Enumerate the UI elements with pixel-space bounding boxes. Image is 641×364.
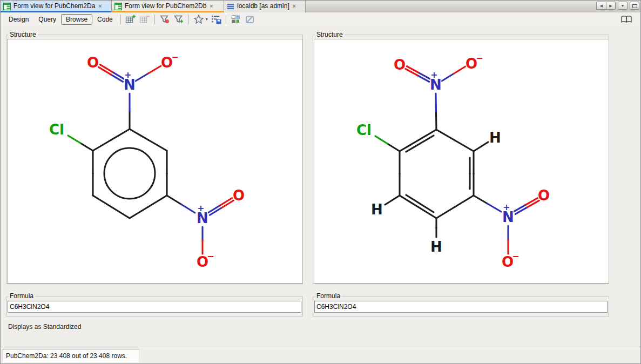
bond — [149, 196, 167, 207]
bond — [436, 93, 436, 112]
bond — [454, 66, 465, 74]
bond — [149, 140, 167, 151]
atom-label: Cl — [356, 122, 372, 138]
bond — [526, 198, 538, 205]
atom-charge: + — [430, 70, 437, 80]
atom-charge: − — [512, 251, 519, 261]
atom-charge: − — [476, 53, 483, 63]
form-view-icon — [114, 3, 122, 10]
toolbar-separator — [188, 15, 189, 24]
prev-tab-button[interactable]: ◀ — [596, 2, 606, 10]
atom-charge: + — [503, 202, 510, 212]
bond — [385, 200, 393, 205]
atom-label: Cl — [49, 122, 64, 138]
edit-in-window-icon[interactable] — [245, 14, 255, 25]
tab-list-dropdown-button[interactable]: ▼ — [618, 2, 627, 10]
formula-field-right[interactable] — [314, 301, 608, 313]
bond — [436, 130, 455, 140]
bond — [406, 195, 420, 204]
structure-canvas-right[interactable]: ClN+OO−N+OO−HHH — [314, 39, 609, 284]
form-view-icon — [3, 3, 11, 10]
bond — [481, 142, 489, 147]
toolbar-separator — [120, 15, 121, 24]
bond — [111, 129, 130, 140]
atom-charge: + — [197, 203, 204, 213]
bond — [181, 204, 195, 213]
atom-charge: − — [207, 251, 214, 261]
bond — [514, 205, 526, 212]
tab-navigation-controls: ◀ ▶ ▼ — [596, 1, 640, 12]
bond — [130, 207, 149, 218]
bond — [420, 204, 434, 212]
layout-panels-icon[interactable] — [231, 14, 241, 25]
next-tab-button[interactable]: ▶ — [606, 2, 616, 10]
atom-charge: + — [124, 70, 131, 80]
display-mode-note: Displays as Standardized — [8, 323, 81, 331]
bond — [80, 143, 93, 151]
add-record-icon[interactable] — [125, 14, 136, 25]
structure-group-label: Structure — [8, 31, 38, 38]
maximize-panel-button[interactable] — [630, 2, 639, 10]
toolbar-separator — [154, 15, 155, 24]
aromatic-ring-circle — [104, 148, 155, 199]
tab-close-icon[interactable]: × — [210, 3, 213, 9]
formula-group-label: Formula — [8, 293, 35, 299]
toolbar-separator — [226, 15, 226, 24]
bond — [406, 69, 417, 75]
bond — [436, 207, 455, 218]
add-filter-icon[interactable] — [173, 14, 184, 25]
tab-label: Form view for PubChem2Db — [125, 2, 206, 10]
bond — [136, 73, 149, 81]
forward-arrow-icon: ▶ — [609, 4, 612, 8]
atom-label: O — [233, 187, 245, 204]
bond — [419, 73, 430, 79]
tab-close-icon[interactable]: × — [293, 3, 296, 9]
bond — [93, 196, 111, 207]
atom-label: O — [538, 187, 550, 204]
delete-record-icon[interactable] — [139, 14, 150, 25]
database-connection-icon — [227, 3, 234, 10]
bond — [417, 75, 429, 82]
atom-label: H — [430, 239, 442, 255]
bond — [68, 136, 80, 143]
bond — [388, 144, 400, 151]
form-toolbar: Design Query Browse Code — [1, 12, 640, 26]
molecule-drawing-right: ClN+OO−N+OO−HHH — [314, 39, 609, 283]
bond — [111, 207, 130, 218]
bond — [393, 196, 400, 200]
code-mode-button[interactable]: Code — [92, 14, 118, 25]
bond — [515, 207, 527, 214]
status-bar: PubChem2Da: 23 408 out of 23 408 rows. — [1, 347, 640, 364]
favorites-star-icon[interactable] — [193, 14, 204, 25]
tab-bar: Form view for PubChem2Da × Form view for… — [1, 1, 640, 12]
atom-label: O — [394, 57, 406, 73]
bond — [442, 74, 454, 82]
structure-canvas-left[interactable]: ClN+OO−N+OO− — [7, 39, 303, 284]
back-arrow-icon: ◀ — [600, 4, 603, 8]
maximize-icon — [632, 4, 637, 8]
row-count-status: PubChem2Da: 23 408 out of 23 408 rows. — [3, 349, 139, 363]
tab-form-view-pubchem2db[interactable]: Form view for PubChem2Db × — [112, 1, 224, 12]
formula-field-left[interactable] — [8, 301, 301, 313]
query-mode-button[interactable]: Query — [33, 14, 61, 25]
design-mode-button[interactable]: Design — [4, 14, 33, 25]
bond — [474, 196, 488, 204]
tab-localdb[interactable]: localdb [as admin] × — [224, 1, 306, 12]
bond — [93, 140, 111, 151]
tab-close-icon[interactable]: × — [98, 3, 102, 9]
filter-active-icon[interactable] — [159, 14, 170, 25]
chevron-down-icon: ▼ — [621, 4, 625, 8]
favorites-dropdown-arrow[interactable]: ▾ — [206, 17, 208, 22]
browse-mode-button[interactable]: Browse — [61, 14, 92, 25]
bond — [455, 196, 474, 207]
bond — [149, 66, 161, 73]
app-window: Form view for PubChem2Da × Form view for… — [0, 0, 641, 364]
atom-charge: − — [171, 52, 178, 62]
save-record-set-icon[interactable] — [211, 14, 221, 25]
bond — [407, 66, 419, 73]
bond — [420, 136, 434, 144]
formula-group-label: Formula — [315, 293, 342, 299]
tab-form-view-pubchem2da[interactable]: Form view for PubChem2Da × — [1, 1, 112, 12]
bond — [488, 204, 502, 212]
open-book-icon[interactable] — [620, 15, 633, 24]
